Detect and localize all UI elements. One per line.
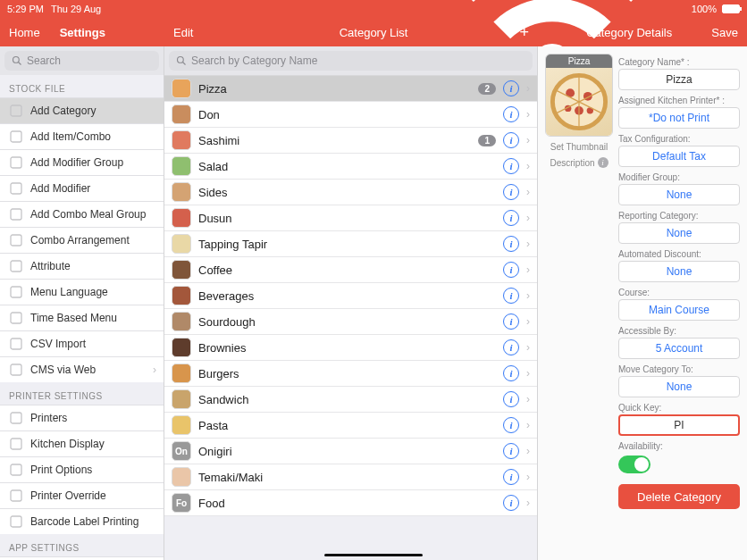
sidebar-item[interactable]: Printers — [0, 405, 164, 430]
sidebar-item[interactable]: Add Combo Meal Group — [0, 201, 164, 227]
info-icon[interactable]: i — [598, 157, 609, 168]
sidebar-item[interactable]: Combo Arrangement — [0, 227, 164, 253]
category-row[interactable]: OnOnigirii› — [164, 439, 537, 464]
move-cat-select[interactable]: None — [618, 376, 740, 397]
info-icon[interactable]: i — [503, 417, 519, 433]
status-bar: 5:29 PM Thu 29 Aug 100% — [0, 0, 747, 18]
info-icon[interactable]: i — [503, 339, 519, 355]
sidebar-item[interactable]: Menu Language — [0, 279, 164, 305]
list-title: Category List — [188, 26, 559, 39]
info-icon[interactable]: i — [503, 365, 519, 381]
category-thumb — [172, 312, 191, 331]
sidebar-item[interactable]: Kitchen Display — [0, 430, 164, 456]
info-icon[interactable]: i — [503, 132, 519, 148]
category-row[interactable]: Doni› — [164, 102, 537, 128]
category-row[interactable]: Sandwichi› — [164, 387, 537, 413]
course-select[interactable]: Main Course — [618, 299, 740, 321]
category-name: Sashimi — [198, 134, 471, 147]
home-link[interactable]: Home — [9, 26, 40, 39]
category-name: Salad — [198, 160, 496, 173]
sidebar-item[interactable]: Print Options — [0, 456, 164, 482]
item-icon — [9, 155, 23, 170]
sidebar-item[interactable]: Add Modifier Group — [0, 149, 164, 175]
sidebar-item[interactable]: Add Category — [0, 97, 164, 123]
svg-rect-10 — [11, 313, 21, 323]
printer-select[interactable]: *Do not Print — [618, 107, 740, 129]
info-icon[interactable]: i — [503, 106, 519, 122]
tax-select[interactable]: Default Tax — [618, 146, 740, 167]
info-icon[interactable]: i — [503, 495, 519, 511]
category-row[interactable]: Pastai› — [164, 413, 537, 439]
item-icon — [9, 181, 23, 196]
category-name: Pasta — [198, 419, 496, 432]
category-search[interactable]: Search by Category Name — [169, 51, 533, 71]
sidebar-item[interactable]: Printer Override — [0, 482, 164, 508]
sidebar-item[interactable]: General› — [0, 556, 164, 560]
sidebar-item[interactable]: CSV Import — [0, 330, 164, 356]
info-icon[interactable]: i — [503, 236, 519, 252]
info-icon[interactable]: i — [503, 288, 519, 304]
svg-rect-15 — [11, 464, 21, 475]
item-icon — [9, 259, 23, 273]
info-icon[interactable]: i — [503, 313, 519, 330]
modifier-group-select[interactable]: None — [618, 184, 740, 205]
category-row[interactable]: Beveragesi› — [164, 283, 537, 309]
category-row[interactable]: Saladi› — [164, 154, 537, 180]
availability-label: Availability: — [618, 441, 740, 451]
delete-category-button[interactable]: Delete Category — [618, 484, 740, 509]
info-icon[interactable]: i — [503, 158, 519, 174]
availability-toggle[interactable] — [618, 456, 650, 473]
settings-sidebar: Search STOCK FILEAdd CategoryAdd Item/Co… — [0, 46, 164, 560]
discount-label: Automated Discount: — [618, 249, 740, 259]
item-icon — [9, 437, 23, 451]
category-row[interactable]: Browniesi› — [164, 335, 537, 361]
reporting-cat-select[interactable]: None — [618, 222, 740, 244]
sidebar-item[interactable]: Attribute — [0, 253, 164, 279]
category-row[interactable]: FoFoodi› — [164, 490, 537, 516]
category-row[interactable]: Temaki/Makii› — [164, 464, 537, 490]
sidebar-item-label: Add Modifier — [30, 182, 90, 195]
category-row[interactable]: Burgersi› — [164, 361, 537, 387]
sidebar-item[interactable]: CMS via Web› — [0, 356, 164, 382]
discount-select[interactable]: None — [618, 261, 740, 282]
chevron-right-icon: › — [526, 134, 530, 146]
sidebar-item[interactable]: Time Based Menu — [0, 305, 164, 330]
category-name-label: Category Name* : — [618, 57, 740, 67]
save-button[interactable]: Save — [711, 26, 738, 39]
quickkey-input[interactable]: PI — [618, 414, 740, 436]
category-name: Onigiri — [198, 445, 496, 458]
sidebar-item[interactable]: Add Modifier — [0, 175, 164, 201]
sidebar-item[interactable]: Barcode Label Printing — [0, 508, 164, 534]
info-icon[interactable]: i — [503, 210, 519, 226]
category-name: Sandwich — [198, 393, 496, 406]
item-icon — [9, 337, 23, 351]
info-icon[interactable]: i — [503, 262, 519, 278]
info-icon[interactable]: i — [503, 80, 519, 96]
chevron-right-icon: › — [526, 263, 530, 276]
category-row[interactable]: Coffeei› — [164, 257, 537, 283]
chevron-right-icon: › — [526, 238, 530, 250]
item-icon — [9, 363, 23, 377]
sidebar-item-label: Combo Arrangement — [30, 234, 130, 247]
info-icon[interactable]: i — [503, 184, 519, 200]
details-title: Category Details — [586, 26, 672, 39]
info-icon[interactable]: i — [503, 469, 519, 485]
category-row[interactable]: Tapping Tapiri› — [164, 231, 537, 257]
thumbnail-preview[interactable]: Pizza — [545, 54, 613, 137]
quickkey-label: Quick Key: — [618, 403, 740, 413]
sidebar-item[interactable]: Add Item/Combo — [0, 123, 164, 149]
info-icon[interactable]: i — [503, 443, 519, 459]
sidebar-item-label: Add Item/Combo — [30, 130, 111, 143]
category-name-input[interactable]: Pizza — [618, 69, 740, 90]
category-row[interactable]: Sashimi1i› — [164, 128, 537, 154]
svg-rect-14 — [11, 439, 21, 449]
category-row[interactable]: Dusuni› — [164, 205, 537, 231]
sidebar-search[interactable]: Search — [4, 51, 159, 71]
category-name: Pizza — [198, 82, 471, 96]
category-row[interactable]: Sourdoughi› — [164, 309, 537, 335]
info-icon[interactable]: i — [503, 391, 519, 407]
accessible-select[interactable]: 5 Account — [618, 338, 740, 359]
category-row[interactable]: Pizza2i› — [164, 76, 537, 102]
category-row[interactable]: Sidesi› — [164, 180, 537, 205]
svg-rect-7 — [11, 235, 21, 246]
